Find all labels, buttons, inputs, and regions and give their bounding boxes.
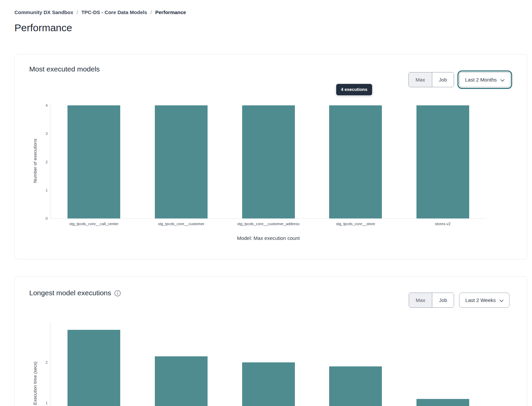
bar[interactable] [68, 105, 120, 218]
bar[interactable] [155, 105, 208, 218]
x-axis-label: Model: Max execution count [237, 235, 300, 241]
x-category-label: stores.v2 [435, 222, 451, 226]
longest-model-executions-chart: 12Execution time (secs) [50, 322, 486, 406]
max-job-toggle: Max Job [408, 72, 454, 87]
bar[interactable] [416, 399, 469, 406]
breadcrumb-item-project[interactable]: Community DX Sandbox [14, 9, 73, 15]
time-range-value: Last 2 Months [465, 77, 497, 83]
time-range-value: Last 2 Weeks [465, 297, 496, 303]
max-toggle-button[interactable]: Max [409, 72, 432, 87]
breadcrumb-separator: / [150, 9, 152, 15]
x-category-label: stg_tpcds_core__customer [158, 222, 204, 226]
card-title-longest-executions: Longest model executions [29, 289, 111, 297]
page-title: Performance [14, 22, 72, 34]
breadcrumb-item-performance: Performance [155, 9, 186, 15]
x-category-label: stg_tpcds_core__customer_address [237, 222, 299, 226]
performance-page: Community DX Sandbox / TPC-DS - Core Dat… [0, 0, 532, 406]
y-tick-label: 3 [46, 132, 48, 136]
time-range-dropdown[interactable]: Last 2 Weeks [459, 293, 509, 308]
max-toggle-button[interactable]: Max [409, 293, 432, 307]
y-tick-label: 2 [46, 360, 48, 364]
breadcrumb-item-models[interactable]: TPC-DS - Core Data Models [81, 9, 147, 15]
bar-tooltip: 4 executions [336, 84, 372, 95]
chevron-down-icon [500, 77, 504, 83]
max-job-toggle: Max Job [409, 293, 454, 308]
breadcrumb: Community DX Sandbox / TPC-DS - Core Dat… [14, 9, 186, 15]
bar[interactable] [329, 105, 382, 218]
info-icon[interactable] [114, 290, 121, 297]
card-title-most-executed: Most executed models [29, 65, 100, 73]
y-tick-label: 4 [46, 103, 48, 107]
bar[interactable] [242, 362, 295, 406]
y-tick-label: 1 [46, 188, 48, 192]
breadcrumb-separator: / [77, 9, 78, 15]
y-tick-label: 1 [46, 401, 48, 405]
chart-controls: Max Job Last 2 Weeks [409, 293, 509, 308]
bar[interactable] [155, 356, 208, 406]
job-toggle-button[interactable]: Job [432, 72, 454, 87]
longest-model-executions-card: Longest model executions Max Job Last 2 … [14, 276, 527, 406]
y-tick-label: 2 [46, 160, 48, 164]
bar[interactable] [242, 105, 295, 218]
y-tick-label: 0 [46, 216, 48, 220]
y-axis-label: Number of executions [33, 139, 38, 183]
bar[interactable] [329, 366, 382, 406]
chart-controls: Max Job Last 2 Months [408, 72, 511, 87]
bar[interactable] [416, 105, 469, 218]
x-category-label: stg_tpcds_core__store [336, 222, 375, 226]
y-axis-label: Execution time (secs) [33, 361, 38, 405]
time-range-dropdown[interactable]: Last 2 Months [459, 72, 511, 87]
x-category-label: stg_tpcds_core__call_center [70, 222, 119, 226]
bar[interactable] [68, 330, 120, 406]
most-executed-models-chart: stg_tpcds_core__call_centerstg_tpcds_cor… [50, 103, 486, 219]
most-executed-models-card: Most executed models Max Job Last 2 Mont… [14, 54, 527, 259]
chevron-down-icon [499, 298, 503, 303]
job-toggle-button[interactable]: Job [432, 293, 454, 307]
